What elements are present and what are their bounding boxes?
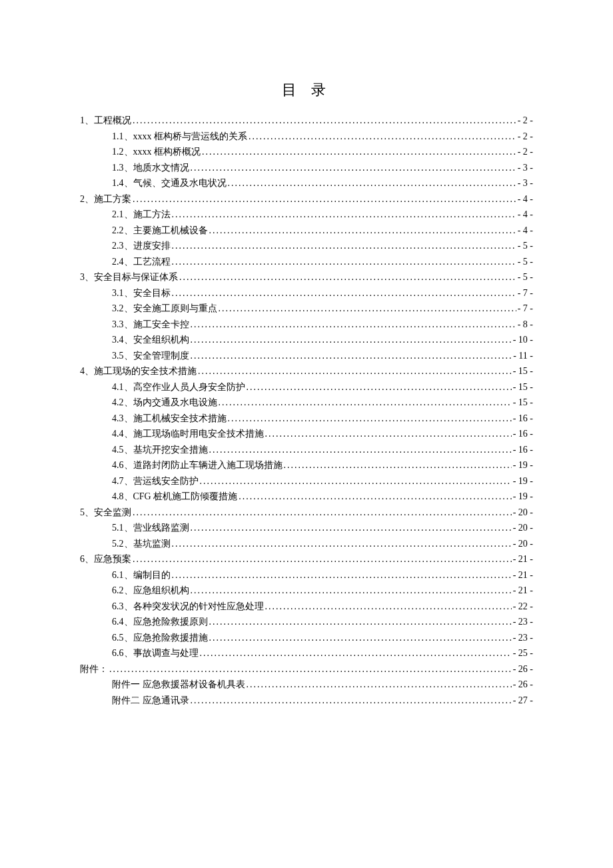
- toc-page: - 15 -: [513, 398, 533, 407]
- toc-label: 2.4、工艺流程: [112, 257, 171, 267]
- toc-row: 6.3、各种突发状况的针对性应急处理- 22 -: [80, 602, 533, 611]
- toc-leader: [200, 649, 512, 658]
- toc-leader: [239, 492, 511, 501]
- toc-page: - 21 -: [513, 586, 533, 595]
- toc-label: 6.4、应急抢险救援原则: [112, 617, 208, 627]
- toc-label: 2.1、施工方法: [112, 210, 171, 219]
- toc-leader: [179, 273, 516, 282]
- toc-label: 1、工程概况: [80, 116, 131, 125]
- toc-label: 4.1、高空作业人员人身安全防护: [112, 383, 245, 392]
- toc-leader: [191, 163, 516, 173]
- toc-page: - 20 -: [513, 508, 533, 517]
- toc-page: - 27 -: [513, 696, 533, 705]
- toc-row: 3.5、安全管理制度- 11 -: [80, 351, 533, 361]
- toc-page: - 5 -: [518, 257, 533, 267]
- toc-page: - 2 -: [518, 147, 533, 157]
- toc-label: 2、施工方案: [80, 195, 131, 204]
- toc-page: - 11 -: [513, 351, 533, 361]
- toc-label: 4.2、场内交通及水电设施: [112, 398, 217, 407]
- toc-row: 6.4、应急抢险救援原则- 23 -: [80, 617, 533, 627]
- toc-label: 4、施工现场的安全技术措施: [80, 367, 197, 376]
- toc-page: - 2 -: [518, 132, 533, 141]
- toc-label: 附件一 应急救援器材设备机具表: [112, 680, 245, 689]
- toc-leader: [191, 335, 512, 345]
- toc-row: 4、施工现场的安全技术措施- 15 -: [80, 367, 533, 376]
- toc-leader: [209, 617, 512, 627]
- toc-leader: [209, 633, 512, 643]
- toc-page: - 4 -: [518, 226, 533, 235]
- toc-leader: [284, 461, 512, 470]
- toc-label: 1.1、xxxx 框构桥与营运线的关系: [112, 132, 247, 141]
- toc-label: 附件：: [80, 665, 108, 674]
- toc-page: - 7 -: [518, 304, 533, 313]
- toc-page: - 20 -: [513, 523, 533, 533]
- toc-page: - 16 -: [513, 445, 533, 455]
- toc-row: 4.2、场内交通及水电设施- 15 -: [80, 398, 533, 407]
- toc-page: - 10 -: [513, 335, 533, 345]
- toc-leader: [133, 555, 512, 564]
- toc-label: 4.5、基坑开挖安全措施: [112, 445, 208, 455]
- toc-leader: [249, 132, 516, 141]
- toc-page: - 26 -: [513, 680, 533, 689]
- toc-page: - 26 -: [513, 665, 533, 674]
- toc-row: 2、施工方案- 4 -: [80, 195, 533, 204]
- toc-row: 5.1、营业线路监测- 20 -: [80, 523, 533, 533]
- toc-row: 1.1、xxxx 框构桥与营运线的关系- 2 -: [80, 132, 533, 141]
- toc-page: - 15 -: [513, 367, 533, 376]
- toc-leader: [133, 195, 516, 204]
- toc-label: 5、安全监测: [80, 508, 131, 517]
- toc-row: 4.7、营运线安全防护- 19 -: [80, 477, 533, 486]
- toc-row: 1.4、气候、交通及水电状况- 3 -: [80, 179, 533, 188]
- toc-leader: [219, 398, 512, 407]
- toc-label: 6.5、应急抢险救援措施: [112, 633, 208, 643]
- toc-row: 3.3、施工安全卡控- 8 -: [80, 320, 533, 329]
- toc-row: 4.8、CFG 桩机施工防倾覆措施- 19 -: [80, 492, 533, 501]
- toc-row: 2.4、工艺流程- 5 -: [80, 257, 533, 267]
- toc-leader: [219, 304, 516, 313]
- toc-leader: [172, 257, 516, 267]
- toc-label: 6.6、事故调查与处理: [112, 649, 199, 658]
- toc-label: 4.7、营运线安全防护: [112, 477, 199, 486]
- toc-row: 3.1、安全目标- 7 -: [80, 289, 533, 298]
- toc-page: - 25 -: [513, 649, 533, 658]
- toc-row: 附件：- 26 -: [80, 665, 533, 674]
- toc-label: 3、安全目标与保证体系: [80, 273, 178, 282]
- toc-label: 2.2、主要施工机械设备: [112, 226, 208, 235]
- toc-label: 6.2、应急组织机构: [112, 586, 189, 595]
- toc-label: 4.6、道路封闭防止车辆进入施工现场措施: [112, 461, 283, 470]
- toc-label: 5.2、基坑监测: [112, 539, 171, 549]
- toc-leader: [198, 367, 512, 376]
- toc-row: 4.5、基坑开挖安全措施- 16 -: [80, 445, 533, 455]
- toc-row: 4.3、施工机械安全技术措施- 16 -: [80, 414, 533, 423]
- toc-row: 附件一 应急救援器材设备机具表- 26 -: [80, 680, 533, 689]
- toc-page: - 2 -: [518, 116, 533, 125]
- toc-row: 4.6、道路封闭防止车辆进入施工现场措施- 19 -: [80, 461, 533, 470]
- toc-row: 2.3、进度安排- 5 -: [80, 241, 533, 251]
- toc-row: 2.1、施工方法- 4 -: [80, 210, 533, 219]
- toc-page: - 5 -: [518, 273, 533, 282]
- toc-label: 4.3、施工机械安全技术措施: [112, 414, 227, 423]
- toc-label: 4.8、CFG 桩机施工防倾覆措施: [112, 492, 237, 501]
- toc-row: 4.1、高空作业人员人身安全防护- 15 -: [80, 383, 533, 392]
- toc-row: 2.2、主要施工机械设备- 4 -: [80, 226, 533, 235]
- toc-leader: [191, 586, 512, 595]
- toc-label: 1.2、xxxx 框构桥概况: [112, 147, 201, 157]
- toc-leader: [109, 665, 512, 674]
- toc-leader: [265, 602, 512, 611]
- toc-page: - 4 -: [518, 210, 533, 219]
- toc-leader: [228, 179, 516, 188]
- toc-row: 3、安全目标与保证体系- 5 -: [80, 273, 533, 282]
- toc-leader: [172, 241, 516, 251]
- toc-leader: [172, 289, 516, 298]
- toc-leader: [133, 508, 512, 517]
- toc-page: - 3 -: [518, 179, 533, 188]
- toc-page: - 3 -: [518, 163, 533, 173]
- toc-page: - 7 -: [518, 289, 533, 298]
- toc-page: - 19 -: [513, 461, 533, 470]
- toc-row: 附件二 应急通讯录- 27 -: [80, 696, 533, 705]
- toc-label: 3.1、安全目标: [112, 289, 171, 298]
- toc-label: 6.3、各种突发状况的针对性应急处理: [112, 602, 264, 611]
- toc-leader: [191, 320, 516, 329]
- toc-leader: [247, 383, 512, 392]
- toc-leader: [191, 696, 512, 705]
